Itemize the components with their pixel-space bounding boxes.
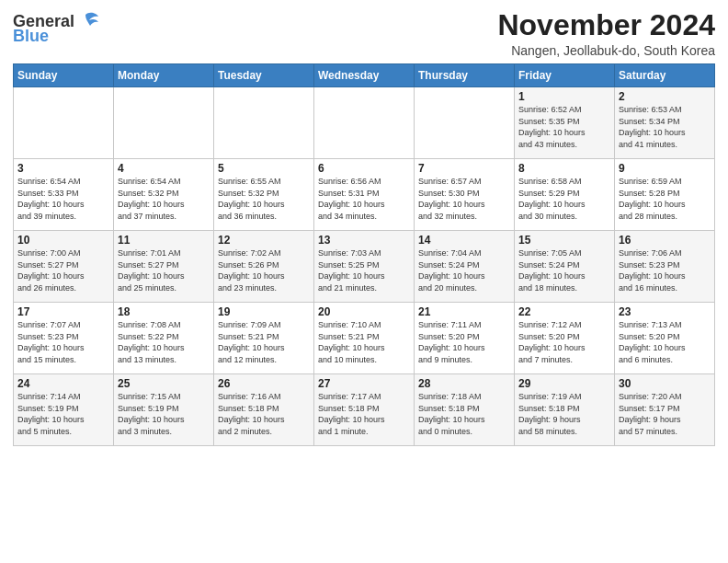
calendar-cell: 25Sunrise: 7:15 AMSunset: 5:19 PMDayligh… [114,374,214,446]
day-number: 6 [318,162,410,175]
calendar-cell [314,87,415,159]
calendar-cell: 2Sunrise: 6:53 AMSunset: 5:34 PMDaylight… [615,87,715,159]
header-area: General Blue November 2024 Nangen, Jeoll… [13,9,715,58]
calendar-cell: 20Sunrise: 7:10 AMSunset: 5:21 PMDayligh… [314,303,415,374]
calendar-cell: 3Sunrise: 6:54 AMSunset: 5:33 PMDaylight… [14,159,114,231]
calendar-cell: 1Sunrise: 6:52 AMSunset: 5:35 PMDaylight… [515,87,615,159]
day-number: 18 [118,305,210,318]
calendar-cell: 9Sunrise: 6:59 AMSunset: 5:28 PMDaylight… [615,159,715,231]
day-number: 3 [17,162,109,175]
week-row-2: 3Sunrise: 6:54 AMSunset: 5:33 PMDaylight… [14,159,715,231]
day-number: 28 [418,377,510,390]
day-number: 25 [118,377,210,390]
week-row-3: 10Sunrise: 7:00 AMSunset: 5:27 PMDayligh… [14,231,715,303]
day-info: Sunrise: 7:12 AMSunset: 5:20 PMDaylight:… [518,319,610,365]
week-row-4: 17Sunrise: 7:07 AMSunset: 5:23 PMDayligh… [14,303,715,374]
day-info: Sunrise: 7:11 AMSunset: 5:20 PMDaylight:… [418,319,510,365]
day-info: Sunrise: 7:09 AMSunset: 5:21 PMDaylight:… [218,319,310,365]
calendar-cell: 5Sunrise: 6:55 AMSunset: 5:32 PMDaylight… [214,159,314,231]
calendar-table: Sunday Monday Tuesday Wednesday Thursday… [13,63,715,446]
month-title: November 2024 [497,9,715,41]
main-container: General Blue November 2024 Nangen, Jeoll… [0,0,728,452]
calendar-cell: 16Sunrise: 7:06 AMSunset: 5:23 PMDayligh… [615,231,715,303]
day-info: Sunrise: 6:55 AMSunset: 5:32 PMDaylight:… [218,176,310,222]
day-info: Sunrise: 6:54 AMSunset: 5:32 PMDaylight:… [118,176,210,222]
day-info: Sunrise: 7:20 AMSunset: 5:17 PMDaylight:… [619,391,711,437]
calendar-cell: 15Sunrise: 7:05 AMSunset: 5:24 PMDayligh… [515,231,615,303]
day-number: 22 [518,305,610,318]
day-number: 7 [418,162,510,175]
day-number: 11 [118,234,210,247]
day-number: 21 [418,305,510,318]
calendar-cell: 7Sunrise: 6:57 AMSunset: 5:30 PMDaylight… [415,159,515,231]
day-info: Sunrise: 7:04 AMSunset: 5:24 PMDaylight:… [418,247,510,293]
calendar-cell: 8Sunrise: 6:58 AMSunset: 5:29 PMDaylight… [515,159,615,231]
calendar-cell: 10Sunrise: 7:00 AMSunset: 5:27 PMDayligh… [14,231,114,303]
calendar-cell: 18Sunrise: 7:08 AMSunset: 5:22 PMDayligh… [114,303,214,374]
day-number: 4 [118,162,210,175]
col-saturday: Saturday [615,64,715,87]
day-number: 19 [218,305,310,318]
calendar-cell [14,87,114,159]
day-info: Sunrise: 7:05 AMSunset: 5:24 PMDaylight:… [518,247,610,293]
calendar-cell: 29Sunrise: 7:19 AMSunset: 5:18 PMDayligh… [515,374,615,446]
day-info: Sunrise: 7:06 AMSunset: 5:23 PMDaylight:… [619,247,711,293]
calendar-body: 1Sunrise: 6:52 AMSunset: 5:35 PMDaylight… [14,87,715,446]
calendar-cell: 26Sunrise: 7:16 AMSunset: 5:18 PMDayligh… [214,374,314,446]
logo-text-blue: Blue [13,28,49,46]
day-info: Sunrise: 7:16 AMSunset: 5:18 PMDaylight:… [218,391,310,437]
week-row-5: 24Sunrise: 7:14 AMSunset: 5:19 PMDayligh… [14,374,715,446]
day-info: Sunrise: 7:10 AMSunset: 5:21 PMDaylight:… [318,319,410,365]
day-info: Sunrise: 7:08 AMSunset: 5:22 PMDaylight:… [118,319,210,365]
day-info: Sunrise: 7:02 AMSunset: 5:26 PMDaylight:… [218,247,310,293]
day-info: Sunrise: 6:52 AMSunset: 5:35 PMDaylight:… [518,104,610,150]
col-tuesday: Tuesday [214,64,314,87]
day-info: Sunrise: 6:56 AMSunset: 5:31 PMDaylight:… [318,176,410,222]
calendar-cell: 28Sunrise: 7:18 AMSunset: 5:18 PMDayligh… [415,374,515,446]
calendar-cell: 19Sunrise: 7:09 AMSunset: 5:21 PMDayligh… [214,303,314,374]
day-info: Sunrise: 6:58 AMSunset: 5:29 PMDaylight:… [518,176,610,222]
calendar-cell [114,87,214,159]
day-number: 26 [218,377,310,390]
calendar-cell: 17Sunrise: 7:07 AMSunset: 5:23 PMDayligh… [14,303,114,374]
col-friday: Friday [515,64,615,87]
day-number: 12 [218,234,310,247]
day-number: 23 [619,305,711,318]
day-info: Sunrise: 7:07 AMSunset: 5:23 PMDaylight:… [17,319,109,365]
day-info: Sunrise: 7:15 AMSunset: 5:19 PMDaylight:… [118,391,210,437]
header-row: Sunday Monday Tuesday Wednesday Thursday… [14,64,715,87]
calendar-cell: 27Sunrise: 7:17 AMSunset: 5:18 PMDayligh… [314,374,415,446]
day-number: 14 [418,234,510,247]
title-area: November 2024 Nangen, Jeollabuk-do, Sout… [497,9,715,58]
logo-bird-icon [76,11,100,31]
day-info: Sunrise: 6:53 AMSunset: 5:34 PMDaylight:… [619,104,711,150]
calendar-cell: 30Sunrise: 7:20 AMSunset: 5:17 PMDayligh… [615,374,715,446]
day-info: Sunrise: 6:57 AMSunset: 5:30 PMDaylight:… [418,176,510,222]
day-number: 27 [318,377,410,390]
day-info: Sunrise: 7:13 AMSunset: 5:20 PMDaylight:… [619,319,711,365]
day-number: 10 [17,234,109,247]
calendar-cell: 24Sunrise: 7:14 AMSunset: 5:19 PMDayligh… [14,374,114,446]
calendar-cell [214,87,314,159]
day-info: Sunrise: 7:01 AMSunset: 5:27 PMDaylight:… [118,247,210,293]
day-info: Sunrise: 7:19 AMSunset: 5:18 PMDaylight:… [518,391,610,437]
col-monday: Monday [114,64,214,87]
day-number: 9 [619,162,711,175]
day-number: 1 [518,90,610,103]
calendar-cell: 4Sunrise: 6:54 AMSunset: 5:32 PMDaylight… [114,159,214,231]
day-number: 16 [619,234,711,247]
calendar-cell: 6Sunrise: 6:56 AMSunset: 5:31 PMDaylight… [314,159,415,231]
col-thursday: Thursday [415,64,515,87]
col-wednesday: Wednesday [314,64,415,87]
day-info: Sunrise: 7:14 AMSunset: 5:19 PMDaylight:… [17,391,109,437]
day-info: Sunrise: 7:03 AMSunset: 5:25 PMDaylight:… [318,247,410,293]
calendar-cell: 12Sunrise: 7:02 AMSunset: 5:26 PMDayligh… [214,231,314,303]
calendar-cell: 21Sunrise: 7:11 AMSunset: 5:20 PMDayligh… [415,303,515,374]
col-sunday: Sunday [14,64,114,87]
subtitle: Nangen, Jeollabuk-do, South Korea [497,43,715,58]
day-number: 20 [318,305,410,318]
day-number: 8 [518,162,610,175]
calendar-cell: 14Sunrise: 7:04 AMSunset: 5:24 PMDayligh… [415,231,515,303]
day-number: 24 [17,377,109,390]
day-number: 13 [318,234,410,247]
